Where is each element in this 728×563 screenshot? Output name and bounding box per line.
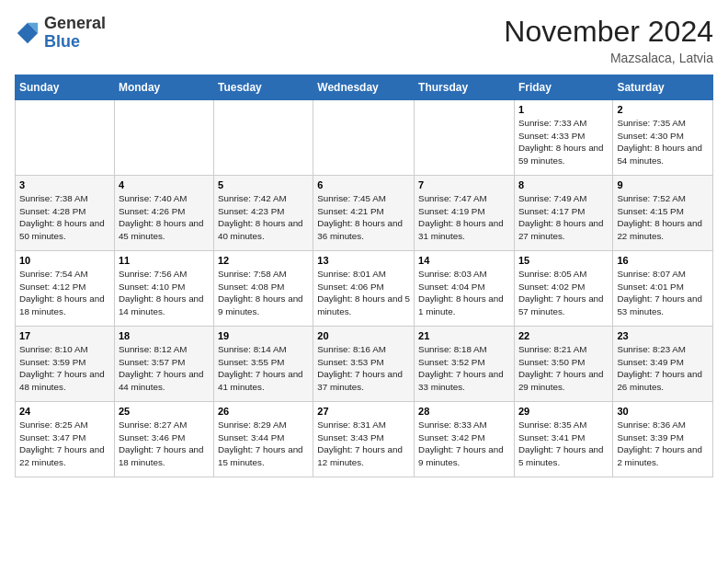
day-info: Sunrise: 7:56 AM Sunset: 4:10 PM Dayligh… [119, 268, 210, 318]
day-info: Sunrise: 7:33 AM Sunset: 4:33 PM Dayligh… [518, 117, 609, 167]
week-row-4: 24Sunrise: 8:25 AM Sunset: 3:47 PM Dayli… [16, 402, 713, 477]
day-info: Sunrise: 8:29 AM Sunset: 3:44 PM Dayligh… [218, 419, 309, 469]
day-number: 20 [317, 330, 410, 341]
day-header-thursday: Thursday [415, 75, 515, 100]
calendar-cell [213, 100, 313, 176]
day-number: 22 [518, 330, 609, 341]
day-header-saturday: Saturday [613, 75, 713, 100]
day-info: Sunrise: 8:36 AM Sunset: 3:39 PM Dayligh… [617, 419, 709, 469]
day-number: 2 [617, 104, 709, 115]
day-info: Sunrise: 7:47 AM Sunset: 4:19 PM Dayligh… [418, 192, 510, 243]
calendar-cell: 23Sunrise: 8:23 AM Sunset: 3:49 PM Dayli… [613, 327, 713, 402]
calendar-cell: 26Sunrise: 8:29 AM Sunset: 3:44 PM Dayli… [213, 402, 313, 477]
day-info: Sunrise: 8:23 AM Sunset: 3:49 PM Dayligh… [617, 343, 709, 394]
day-number: 14 [418, 255, 510, 266]
week-row-2: 10Sunrise: 7:54 AM Sunset: 4:12 PM Dayli… [16, 251, 713, 327]
day-info: Sunrise: 8:01 AM Sunset: 4:06 PM Dayligh… [317, 268, 410, 318]
day-info: Sunrise: 8:16 AM Sunset: 3:53 PM Dayligh… [317, 343, 410, 394]
calendar-cell [313, 100, 415, 176]
day-number: 4 [119, 179, 210, 190]
day-number: 30 [617, 406, 709, 417]
title-block: November 2024 Mazsalaca, Latvia [504, 15, 713, 65]
day-number: 8 [518, 179, 609, 190]
page: General Blue November 2024 Mazsalaca, La… [0, 0, 728, 563]
day-header-tuesday: Tuesday [213, 75, 313, 100]
calendar: SundayMondayTuesdayWednesdayThursdayFrid… [15, 75, 713, 477]
calendar-cell: 1Sunrise: 7:33 AM Sunset: 4:33 PM Daylig… [514, 100, 612, 176]
calendar-cell: 2Sunrise: 7:35 AM Sunset: 4:30 PM Daylig… [613, 100, 713, 176]
location: Mazsalaca, Latvia [504, 51, 713, 65]
week-row-0: 1Sunrise: 7:33 AM Sunset: 4:33 PM Daylig… [16, 100, 713, 176]
calendar-cell: 10Sunrise: 7:54 AM Sunset: 4:12 PM Dayli… [16, 251, 115, 327]
calendar-cell: 16Sunrise: 8:07 AM Sunset: 4:01 PM Dayli… [613, 251, 713, 327]
day-info: Sunrise: 8:35 AM Sunset: 3:41 PM Dayligh… [518, 419, 609, 469]
calendar-cell [16, 100, 115, 176]
calendar-cell: 28Sunrise: 8:33 AM Sunset: 3:42 PM Dayli… [415, 402, 515, 477]
logo-blue: Blue [44, 32, 80, 51]
calendar-cell: 15Sunrise: 8:05 AM Sunset: 4:02 PM Dayli… [514, 251, 612, 327]
day-number: 26 [218, 406, 309, 417]
day-header-monday: Monday [114, 75, 213, 100]
day-number: 29 [518, 406, 609, 417]
calendar-cell: 27Sunrise: 8:31 AM Sunset: 3:43 PM Dayli… [313, 402, 415, 477]
month-title: November 2024 [504, 15, 713, 49]
day-info: Sunrise: 7:54 AM Sunset: 4:12 PM Dayligh… [19, 268, 110, 318]
day-number: 13 [317, 255, 410, 266]
day-number: 17 [19, 330, 110, 341]
day-number: 21 [418, 330, 510, 341]
day-number: 7 [418, 179, 510, 190]
day-number: 5 [218, 179, 309, 190]
logo-icon [15, 20, 40, 46]
day-info: Sunrise: 7:42 AM Sunset: 4:23 PM Dayligh… [218, 192, 309, 243]
day-info: Sunrise: 7:49 AM Sunset: 4:17 PM Dayligh… [518, 192, 609, 243]
day-info: Sunrise: 8:18 AM Sunset: 3:52 PM Dayligh… [418, 343, 510, 394]
day-info: Sunrise: 8:27 AM Sunset: 3:46 PM Dayligh… [119, 419, 210, 469]
calendar-cell: 12Sunrise: 7:58 AM Sunset: 4:08 PM Dayli… [213, 251, 313, 327]
day-info: Sunrise: 8:05 AM Sunset: 4:02 PM Dayligh… [518, 268, 609, 318]
calendar-cell: 14Sunrise: 8:03 AM Sunset: 4:04 PM Dayli… [415, 251, 515, 327]
day-number: 11 [119, 255, 210, 266]
day-number: 23 [617, 330, 709, 341]
calendar-cell: 6Sunrise: 7:45 AM Sunset: 4:21 PM Daylig… [313, 176, 415, 251]
day-number: 16 [617, 255, 709, 266]
day-info: Sunrise: 7:45 AM Sunset: 4:21 PM Dayligh… [317, 192, 410, 243]
logo-text: General Blue [44, 15, 106, 52]
calendar-cell: 19Sunrise: 8:14 AM Sunset: 3:55 PM Dayli… [213, 327, 313, 402]
day-info: Sunrise: 7:58 AM Sunset: 4:08 PM Dayligh… [218, 268, 309, 318]
day-number: 6 [317, 179, 410, 190]
calendar-cell: 21Sunrise: 8:18 AM Sunset: 3:52 PM Dayli… [415, 327, 515, 402]
calendar-cell: 29Sunrise: 8:35 AM Sunset: 3:41 PM Dayli… [514, 402, 612, 477]
calendar-cell [114, 100, 213, 176]
day-number: 12 [218, 255, 309, 266]
day-info: Sunrise: 8:10 AM Sunset: 3:59 PM Dayligh… [19, 343, 110, 394]
day-number: 15 [518, 255, 609, 266]
day-number: 27 [317, 406, 410, 417]
day-info: Sunrise: 7:52 AM Sunset: 4:15 PM Dayligh… [617, 192, 709, 243]
calendar-cell: 9Sunrise: 7:52 AM Sunset: 4:15 PM Daylig… [613, 176, 713, 251]
day-number: 3 [19, 179, 110, 190]
day-header-wednesday: Wednesday [313, 75, 415, 100]
day-number: 28 [418, 406, 510, 417]
day-number: 1 [518, 104, 609, 115]
calendar-cell: 17Sunrise: 8:10 AM Sunset: 3:59 PM Dayli… [16, 327, 115, 402]
logo: General Blue [15, 15, 106, 52]
day-info: Sunrise: 8:33 AM Sunset: 3:42 PM Dayligh… [418, 419, 510, 469]
calendar-cell: 7Sunrise: 7:47 AM Sunset: 4:19 PM Daylig… [415, 176, 515, 251]
day-info: Sunrise: 8:07 AM Sunset: 4:01 PM Dayligh… [617, 268, 709, 318]
day-info: Sunrise: 8:31 AM Sunset: 3:43 PM Dayligh… [317, 419, 410, 469]
day-number: 25 [119, 406, 210, 417]
day-header-sunday: Sunday [16, 75, 115, 100]
calendar-cell: 11Sunrise: 7:56 AM Sunset: 4:10 PM Dayli… [114, 251, 213, 327]
logo-general: General [44, 14, 106, 32]
day-info: Sunrise: 8:14 AM Sunset: 3:55 PM Dayligh… [218, 343, 309, 394]
week-row-3: 17Sunrise: 8:10 AM Sunset: 3:59 PM Dayli… [16, 327, 713, 402]
calendar-cell: 22Sunrise: 8:21 AM Sunset: 3:50 PM Dayli… [514, 327, 612, 402]
calendar-cell: 24Sunrise: 8:25 AM Sunset: 3:47 PM Dayli… [16, 402, 115, 477]
day-info: Sunrise: 7:40 AM Sunset: 4:26 PM Dayligh… [119, 192, 210, 243]
calendar-cell [415, 100, 515, 176]
day-number: 24 [19, 406, 110, 417]
calendar-cell: 18Sunrise: 8:12 AM Sunset: 3:57 PM Dayli… [114, 327, 213, 402]
calendar-cell: 8Sunrise: 7:49 AM Sunset: 4:17 PM Daylig… [514, 176, 612, 251]
day-number: 10 [19, 255, 110, 266]
calendar-cell: 4Sunrise: 7:40 AM Sunset: 4:26 PM Daylig… [114, 176, 213, 251]
